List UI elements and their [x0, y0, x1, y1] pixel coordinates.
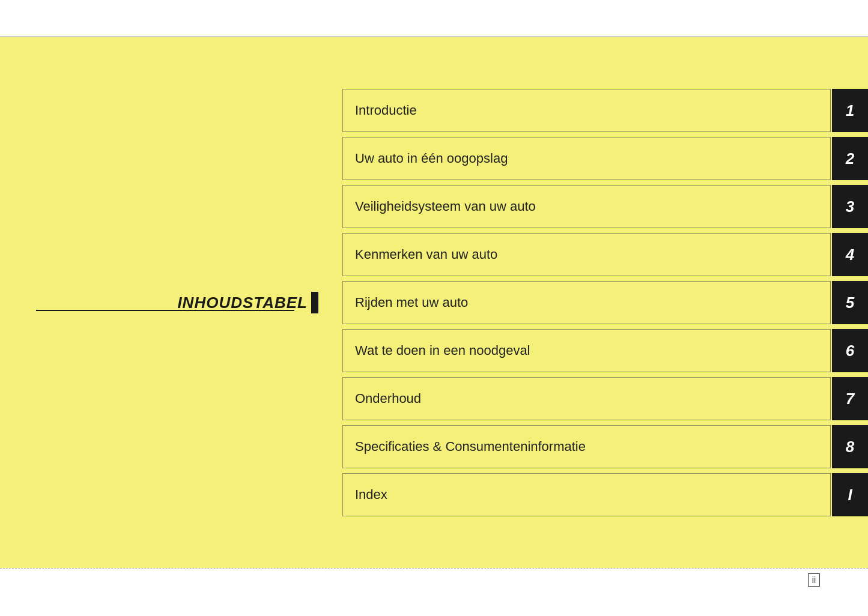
toc-item-label: Wat te doen in een noodgeval: [355, 343, 530, 358]
page-container: INHOUDSTABEL Introductie 1 Uw auto in éé…: [0, 0, 868, 616]
toc-number: 8: [832, 425, 868, 468]
toc-item-label: Uw auto in één oogopslag: [355, 151, 508, 166]
toc-label[interactable]: Veiligheidsysteem van uw auto: [342, 185, 831, 228]
toc-label[interactable]: Index: [342, 473, 831, 516]
toc-label[interactable]: Rijden met uw auto: [342, 281, 831, 324]
toc-number: 5: [832, 281, 868, 324]
toc-item-label: Onderhoud: [355, 391, 421, 406]
toc-number: 2: [832, 137, 868, 180]
toc-row[interactable]: Rijden met uw auto 5: [342, 281, 868, 324]
toc-item-label: Veiligheidsysteem van uw auto: [355, 199, 536, 214]
toc-label[interactable]: Kenmerken van uw auto: [342, 233, 831, 276]
toc-number: I: [832, 473, 868, 516]
toc-number: 1: [832, 89, 868, 132]
toc-item-label: Specificaties & Consumenteninformatie: [355, 439, 586, 454]
toc-item-label: Kenmerken van uw auto: [355, 247, 497, 262]
toc-item-label: Rijden met uw auto: [355, 295, 468, 310]
title-underline: [36, 310, 294, 311]
main-content: INHOUDSTABEL Introductie 1 Uw auto in éé…: [0, 37, 868, 568]
toc-number: 4: [832, 233, 868, 276]
toc-row[interactable]: Introductie 1: [342, 89, 868, 132]
left-panel: INHOUDSTABEL: [0, 37, 342, 568]
toc-row[interactable]: Veiligheidsysteem van uw auto 3: [342, 185, 868, 228]
toc-row[interactable]: Specificaties & Consumenteninformatie 8: [342, 425, 868, 468]
toc-row[interactable]: Kenmerken van uw auto 4: [342, 233, 868, 276]
toc-label[interactable]: Wat te doen in een noodgeval: [342, 329, 831, 372]
toc-item-label: Introductie: [355, 103, 417, 118]
bottom-area: ii: [0, 568, 868, 616]
toc-label[interactable]: Uw auto in één oogopslag: [342, 137, 831, 180]
toc-number: 6: [832, 329, 868, 372]
toc-label[interactable]: Introductie: [342, 89, 831, 132]
toc-label[interactable]: Specificaties & Consumenteninformatie: [342, 425, 831, 468]
toc-row[interactable]: Onderhoud 7: [342, 377, 868, 420]
toc-row[interactable]: Uw auto in één oogopslag 2: [342, 137, 868, 180]
page-title: INHOUDSTABEL: [177, 294, 308, 312]
toc-row[interactable]: Index I: [342, 473, 868, 516]
toc-number: 7: [832, 377, 868, 420]
toc-list: Introductie 1 Uw auto in één oogopslag 2…: [342, 37, 868, 568]
title-bar-decoration: [311, 292, 318, 313]
toc-label[interactable]: Onderhoud: [342, 377, 831, 420]
toc-row[interactable]: Wat te doen in een noodgeval 6: [342, 329, 868, 372]
page-number: ii: [808, 573, 820, 587]
toc-item-label: Index: [355, 487, 387, 503]
toc-number: 3: [832, 185, 868, 228]
